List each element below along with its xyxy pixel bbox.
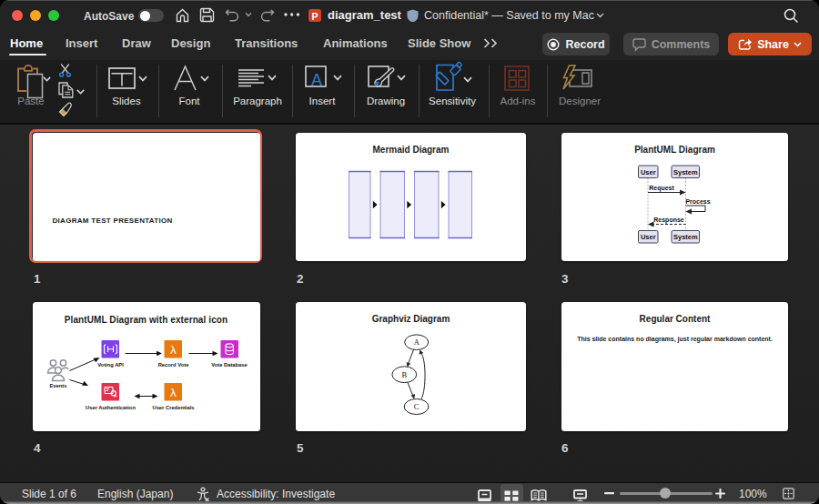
svg-text:System: System: [673, 233, 698, 241]
svg-text:User: User: [641, 233, 656, 241]
svg-text:Voting API: Voting API: [97, 362, 124, 368]
svg-text:User Credentials: User Credentials: [152, 405, 194, 410]
svg-text:Request: Request: [649, 185, 674, 192]
svg-text:Response: Response: [653, 217, 684, 224]
svg-text:Process: Process: [685, 198, 710, 205]
svg-text:C: C: [414, 402, 420, 411]
svg-text:Vote Database: Vote Database: [211, 362, 248, 368]
svg-text:λ: λ: [169, 343, 176, 357]
svg-text:Record Vote: Record Vote: [157, 362, 188, 368]
svg-text:A: A: [414, 338, 420, 347]
svg-text:User: User: [641, 168, 656, 176]
svg-text:B: B: [401, 370, 407, 379]
svg-text:λ: λ: [169, 386, 176, 399]
svg-text:Events: Events: [49, 383, 66, 388]
svg-text:System: System: [673, 168, 698, 176]
svg-text:User Authentication: User Authentication: [86, 405, 136, 410]
